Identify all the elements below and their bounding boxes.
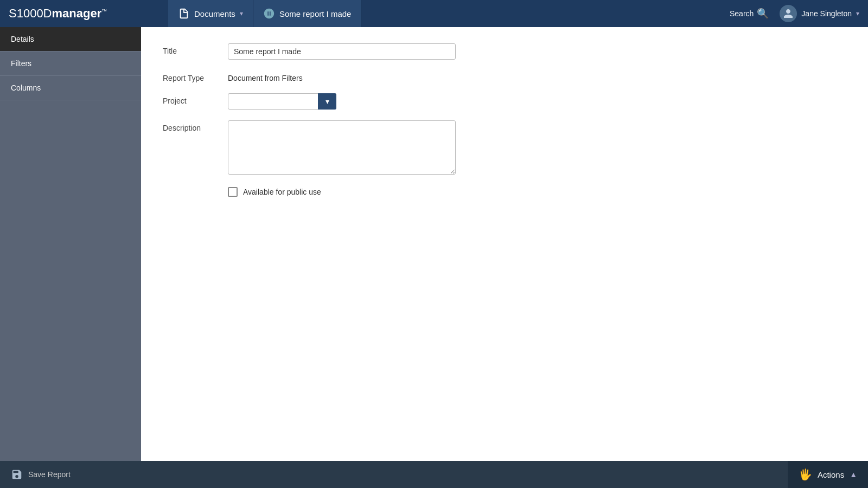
save-report-label: Save Report bbox=[28, 470, 71, 479]
description-label: Description bbox=[163, 120, 228, 132]
title-field-wrapper bbox=[228, 43, 456, 60]
public-use-checkbox[interactable] bbox=[228, 187, 238, 197]
search-icon: 🔍 bbox=[757, 8, 769, 20]
save-icon bbox=[11, 468, 23, 480]
user-area[interactable]: Jane Singleton ▾ bbox=[780, 5, 859, 22]
sidebar-item-details[interactable]: Details bbox=[0, 27, 141, 52]
main-body: Details Filters Columns Title Report Typ… bbox=[0, 27, 868, 461]
actions-button[interactable]: 🖐 Actions ▲ bbox=[788, 461, 868, 488]
sidebar-item-filters[interactable]: Filters bbox=[0, 52, 141, 76]
search-text: Search bbox=[730, 9, 754, 18]
nav-breadcrumb-label: Some report I made bbox=[279, 9, 352, 18]
project-label: Project bbox=[163, 93, 228, 105]
save-report-button[interactable]: Save Report bbox=[0, 468, 71, 480]
logo-tm: ™ bbox=[101, 8, 107, 14]
search-area[interactable]: Search 🔍 bbox=[730, 8, 769, 20]
actions-label: Actions bbox=[818, 470, 844, 479]
report-type-label: Report Type bbox=[163, 70, 228, 82]
footer: Save Report 🖐 Actions ▲ bbox=[0, 461, 868, 488]
user-icon bbox=[783, 8, 794, 19]
project-row: Project ▾ bbox=[163, 93, 846, 110]
logo-s1000d: S1000D bbox=[9, 7, 52, 20]
description-row: Description bbox=[163, 120, 846, 176]
logo-manager: manager bbox=[52, 7, 102, 20]
public-use-label: Available for public use bbox=[243, 188, 321, 196]
actions-chevron-up-icon: ▲ bbox=[850, 470, 857, 479]
title-row: Title bbox=[163, 43, 846, 60]
sidebar-item-filters-label: Filters bbox=[11, 59, 31, 68]
report-type-row: Report Type Document from Filters bbox=[163, 70, 846, 82]
hand-icon: 🖐 bbox=[799, 468, 812, 481]
content: Title Report Type Document from Filters … bbox=[141, 27, 868, 461]
report-icon bbox=[263, 8, 275, 20]
logo: S1000Dmanager™ bbox=[0, 7, 168, 21]
description-field-wrapper bbox=[228, 120, 456, 176]
nav-documents[interactable]: Documents ▾ bbox=[168, 0, 253, 27]
project-select[interactable] bbox=[228, 93, 336, 110]
user-chevron-icon: ▾ bbox=[856, 10, 859, 17]
report-type-value: Document from Filters bbox=[228, 70, 303, 82]
project-field-wrapper: ▾ bbox=[228, 93, 456, 110]
sidebar-item-details-label: Details bbox=[11, 35, 34, 43]
title-label: Title bbox=[163, 43, 228, 55]
public-use-row: Available for public use bbox=[228, 187, 846, 197]
sidebar: Details Filters Columns bbox=[0, 27, 141, 461]
project-select-wrapper: ▾ bbox=[228, 93, 336, 110]
header-right: Search 🔍 Jane Singleton ▾ bbox=[730, 5, 868, 22]
sidebar-item-columns-label: Columns bbox=[11, 84, 41, 92]
nav-breadcrumb[interactable]: Some report I made bbox=[253, 0, 362, 27]
user-name: Jane Singleton bbox=[801, 9, 852, 18]
nav-documents-chevron: ▾ bbox=[240, 10, 243, 17]
avatar bbox=[780, 5, 797, 22]
sidebar-item-columns[interactable]: Columns bbox=[0, 76, 141, 100]
document-icon bbox=[178, 8, 190, 20]
title-input[interactable] bbox=[228, 43, 456, 60]
header: S1000Dmanager™ Documents ▾ Some report I… bbox=[0, 0, 868, 27]
description-textarea[interactable] bbox=[228, 120, 456, 175]
nav-documents-label: Documents bbox=[194, 9, 235, 18]
header-nav: Documents ▾ Some report I made bbox=[168, 0, 361, 27]
